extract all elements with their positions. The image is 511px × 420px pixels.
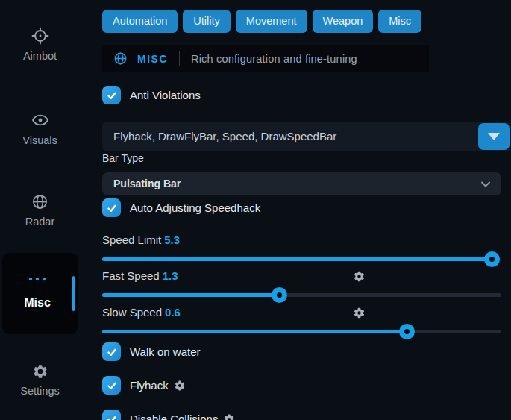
slider-value: 5.3 bbox=[164, 233, 180, 246]
slider-name: Fast Speed bbox=[102, 269, 160, 282]
divider bbox=[179, 51, 180, 66]
main-panel: Automation Utility Movement Weapon Misc … bbox=[102, 0, 511, 420]
tab-movement[interactable]: Movement bbox=[236, 10, 307, 33]
speed-limit-label: Speed Limit5.3 bbox=[102, 233, 180, 246]
slow-speed-label: Slow Speed0.6 bbox=[102, 306, 181, 319]
slider-thumb[interactable] bbox=[484, 251, 500, 267]
disable-collisions-gear-icon[interactable] bbox=[223, 413, 235, 420]
sidebar-item-radar[interactable]: Radar bbox=[0, 193, 80, 228]
checkbox-label-text: Disable Collisions bbox=[130, 413, 218, 420]
tab-misc[interactable]: Misc bbox=[378, 10, 421, 33]
auto-adjusting-row: Auto Adjusting Speedhack bbox=[102, 198, 260, 217]
slow-speed-slider[interactable] bbox=[102, 324, 501, 340]
checkbox-label-text: Flyhack bbox=[130, 379, 169, 392]
slider-fill bbox=[102, 330, 407, 333]
check-icon bbox=[107, 380, 117, 391]
sidebar-item-label: Visuals bbox=[0, 134, 80, 146]
check-icon bbox=[107, 414, 117, 420]
select-value: Pulsating Bar bbox=[102, 172, 501, 195]
anti-violations-row: Anti Violations bbox=[102, 86, 201, 104]
fast-speed-gear-icon[interactable] bbox=[353, 270, 366, 283]
triangle-down-icon bbox=[488, 133, 500, 140]
check-icon bbox=[107, 203, 117, 213]
flyhack-checkbox[interactable] bbox=[102, 376, 121, 395]
sidebar-item-label: Radar bbox=[0, 216, 80, 228]
slow-speed-gear-icon[interactable] bbox=[353, 307, 366, 319]
tab-automation[interactable]: Automation bbox=[102, 10, 178, 33]
anti-violations-checkbox[interactable] bbox=[102, 86, 121, 104]
category-tabs: Automation Utility Movement Weapon Misc bbox=[102, 10, 421, 33]
fast-speed-label: Fast Speed1.3 bbox=[102, 269, 178, 282]
tab-utility[interactable]: Utility bbox=[183, 10, 230, 33]
sidebar-item-label: Misc bbox=[2, 296, 72, 310]
sidebar-item-misc[interactable]: Misc bbox=[2, 253, 78, 334]
globe-icon bbox=[113, 51, 128, 66]
section-title: MISC bbox=[137, 53, 168, 65]
sidebar: Aimbot Visuals Radar Misc bbox=[0, 0, 97, 420]
slider-fill bbox=[102, 293, 280, 297]
active-indicator bbox=[72, 276, 75, 311]
multiselect-value: Flyhack, DrawFlyBar, Speed, DrawSpeedBar bbox=[102, 122, 511, 151]
bar-multiselect[interactable]: Flyhack, DrawFlyBar, Speed, DrawSpeedBar bbox=[102, 122, 511, 151]
checkbox-label: Flyhack bbox=[130, 379, 186, 392]
auto-adjusting-checkbox[interactable] bbox=[102, 198, 121, 217]
globe-icon bbox=[0, 193, 80, 210]
slider-name: Slow Speed bbox=[102, 306, 162, 319]
section-header: MISC Rich configuration and fine-tuning bbox=[102, 45, 429, 72]
checkbox-label: Auto Adjusting Speedhack bbox=[130, 201, 260, 214]
bar-type-label: Bar Type bbox=[102, 152, 144, 164]
chevron-down-icon bbox=[480, 178, 492, 190]
flyhack-row: Flyhack bbox=[102, 376, 186, 395]
checkbox-label: Walk on water bbox=[130, 345, 200, 358]
sidebar-item-label: Aimbot bbox=[0, 50, 80, 62]
checkbox-label: Anti Violations bbox=[130, 89, 201, 101]
slider-fill bbox=[102, 257, 492, 261]
checkbox-label: Disable Collisions bbox=[130, 413, 235, 420]
tab-weapon[interactable]: Weapon bbox=[313, 10, 374, 33]
gear-icon bbox=[0, 363, 80, 380]
slider-value: 0.6 bbox=[165, 306, 181, 319]
check-icon bbox=[107, 90, 117, 101]
slider-name: Speed Limit bbox=[102, 233, 161, 246]
eye-icon bbox=[0, 111, 80, 129]
ellipsis-icon bbox=[2, 278, 72, 280]
slider-value: 1.3 bbox=[163, 269, 178, 282]
sidebar-item-visuals[interactable]: Visuals bbox=[0, 111, 80, 146]
multiselect-dropdown-button[interactable] bbox=[478, 123, 510, 150]
disable-collisions-checkbox[interactable] bbox=[102, 410, 121, 420]
slider-thumb[interactable] bbox=[272, 287, 287, 303]
section-subtitle: Rich configuration and fine-tuning bbox=[191, 53, 357, 65]
speed-limit-slider[interactable] bbox=[102, 251, 501, 268]
flyhack-gear-icon[interactable] bbox=[174, 380, 186, 392]
walk-on-water-checkbox[interactable] bbox=[102, 342, 121, 361]
walk-on-water-row: Walk on water bbox=[102, 342, 200, 361]
fast-speed-slider[interactable] bbox=[102, 287, 501, 304]
sidebar-item-label: Settings bbox=[0, 385, 80, 397]
slider-thumb[interactable] bbox=[399, 324, 415, 339]
check-icon bbox=[107, 347, 117, 357]
sidebar-item-aimbot[interactable]: Aimbot bbox=[0, 27, 80, 62]
sidebar-item-settings[interactable]: Settings bbox=[0, 363, 80, 397]
bar-type-select[interactable]: Pulsating Bar bbox=[102, 172, 501, 195]
disable-collisions-row: Disable Collisions bbox=[102, 410, 235, 420]
crosshair-icon bbox=[0, 27, 80, 45]
